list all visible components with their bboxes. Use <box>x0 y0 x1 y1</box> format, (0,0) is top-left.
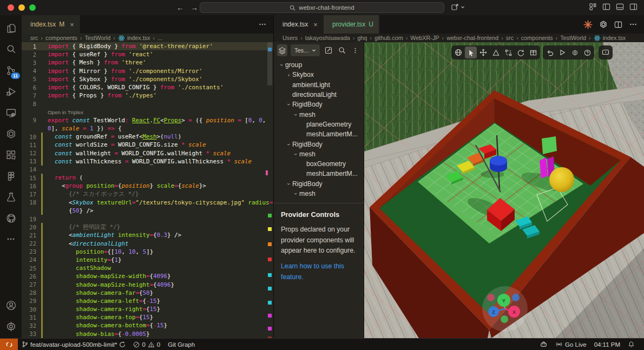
blue-cylinder[interactable] <box>490 156 507 172</box>
chatgpt-icon[interactable] <box>2 125 19 142</box>
close-tab-icon[interactable]: × <box>313 21 318 29</box>
window-controls[interactable] <box>8 4 36 11</box>
notifications-item[interactable] <box>624 341 639 348</box>
breadcrumb-item[interactable]: github.com <box>374 35 403 41</box>
chevron-down-icon[interactable]: › <box>286 141 292 148</box>
back-icon[interactable]: ← <box>176 2 184 13</box>
split-editor-icon[interactable] <box>614 21 622 29</box>
command-center-search[interactable]: webxr-chat-frontend <box>200 2 444 13</box>
extensions-icon[interactable] <box>2 146 19 163</box>
breadcrumb-item[interactable]: index.tsx <box>127 35 150 41</box>
zoom-window-button[interactable] <box>29 4 36 11</box>
settings-gear-icon[interactable] <box>2 318 19 335</box>
breadcrumb-item[interactable]: src <box>506 35 514 41</box>
tree-item-planegeometry[interactable]: planeGeometry <box>274 120 364 129</box>
minimize-window-button[interactable] <box>18 4 25 11</box>
triplex-3d-viewport[interactable]: Y X Z <box>274 42 644 338</box>
clock-item[interactable]: 04:11 PM <box>590 341 624 348</box>
tree-item-directionallight[interactable]: directionalLight <box>274 90 364 100</box>
chatgpt-icon[interactable] <box>599 20 608 29</box>
scale-tool-icon[interactable] <box>490 47 502 58</box>
breadcrumb-item[interactable]: src <box>30 35 38 41</box>
chevron-right-icon[interactable]: › <box>285 71 292 78</box>
axis-gizmo[interactable]: Y X Z <box>482 286 528 332</box>
toggle-sidebar-icon[interactable] <box>602 3 610 11</box>
search-icon[interactable] <box>2 41 19 58</box>
breadcrumb[interactable]: src›components›TestWorld›index.tsx›... <box>22 34 273 42</box>
rotate-tool-icon[interactable] <box>515 47 527 58</box>
more-actions-icon[interactable] <box>258 20 267 29</box>
breadcrumb-item[interactable]: ghq <box>357 35 367 41</box>
tab-index-tsx-right[interactable]: index.tsx × <box>274 15 324 34</box>
tree-item-group[interactable]: ›group <box>274 60 364 70</box>
breadcrumb-item[interactable]: takayoshisawada <box>305 35 350 41</box>
explorer-icon[interactable] <box>2 19 19 37</box>
tab-index-tsx-left[interactable]: index.tsx M × <box>22 15 80 34</box>
figma-icon[interactable] <box>2 167 19 184</box>
breadcrumb-item[interactable]: ... <box>157 35 162 41</box>
yellow-sphere[interactable] <box>549 167 574 192</box>
globe-tool-icon[interactable] <box>452 47 464 58</box>
comment-frame-icon[interactable] <box>600 47 612 58</box>
problems-item[interactable]: 0 0 <box>129 341 164 348</box>
breadcrumb-item[interactable]: webxr-chat-frontend <box>446 35 498 41</box>
transform-box-tool-icon[interactable] <box>502 47 514 58</box>
breadcrumb-item[interactable]: Users <box>282 35 298 41</box>
live-preview-icon[interactable] <box>2 104 19 121</box>
grid-tool-icon[interactable] <box>527 47 539 58</box>
forward-icon[interactable]: → <box>190 2 198 13</box>
tab-provider-tsx[interactable]: provider.tsx U <box>324 15 379 34</box>
edit-scene-icon[interactable] <box>323 44 333 56</box>
breadcrumb-item[interactable]: TestWorld <box>84 35 110 41</box>
tree-item-rigidbody[interactable]: ›RigidBody <box>274 179 364 189</box>
chevron-down-icon[interactable]: › <box>293 190 299 197</box>
tree-item-rigidbody[interactable]: ›RigidBody <box>274 139 364 149</box>
chevron-down-icon[interactable]: › <box>279 62 285 69</box>
settings-gear-icon[interactable] <box>569 47 581 58</box>
chevron-down-icon[interactable]: › <box>286 101 292 108</box>
tree-item-meshlambertm[interactable]: meshLambertM... <box>274 169 364 179</box>
code-lens[interactable]: Open in Triplex <box>22 108 273 116</box>
tree-item-skybox[interactable]: ›Skybox <box>274 70 364 80</box>
layers-icon[interactable] <box>277 44 287 56</box>
close-tab-icon[interactable]: × <box>70 21 74 29</box>
git-branch-item[interactable]: feat/avatar-upload-500mb-limit* <box>18 341 129 348</box>
provider-learn-link[interactable]: Learn how to use this feature. <box>281 261 352 282</box>
chevron-down-icon[interactable]: › <box>286 180 292 187</box>
go-live-item[interactable]: Go Live <box>551 341 590 348</box>
chevron-down-icon[interactable]: › <box>293 150 299 157</box>
copilot-item[interactable] <box>536 341 551 348</box>
tree-item-mesh[interactable]: ›mesh <box>274 189 364 199</box>
breadcrumb[interactable]: Users›takayoshisawada›ghq›github.com›Web… <box>274 34 644 42</box>
remote-indicator[interactable] <box>0 339 18 350</box>
breadcrumb-item[interactable]: TestWorld <box>560 35 586 41</box>
new-window-button[interactable] <box>451 3 465 11</box>
run-debug-icon[interactable] <box>2 83 19 100</box>
undo-icon[interactable] <box>544 47 556 58</box>
help-icon[interactable] <box>581 47 593 58</box>
overview-ruler[interactable] <box>266 42 273 338</box>
translate-tool-icon[interactable] <box>477 47 489 58</box>
kebab-menu-icon[interactable] <box>350 44 360 56</box>
tree-item-rigidbody[interactable]: ›RigidBody <box>274 100 364 109</box>
customize-layout-icon[interactable] <box>589 3 597 11</box>
source-control-icon[interactable]: 11 <box>2 62 19 79</box>
more-views-icon[interactable] <box>2 230 19 248</box>
tree-item-ambientlight[interactable]: ambientLight <box>274 80 364 90</box>
scene-selector-dropdown[interactable]: Tes... <box>291 44 320 56</box>
account-icon[interactable] <box>2 296 19 314</box>
chevron-down-icon[interactable]: › <box>293 111 299 118</box>
tree-item-meshlambertm[interactable]: meshLambertM... <box>274 129 364 139</box>
tree-item-mesh[interactable]: ›mesh <box>274 109 364 119</box>
select-cursor-tool-icon[interactable] <box>465 47 477 58</box>
more-actions-icon[interactable] <box>629 20 638 29</box>
tree-item-mesh[interactable]: ›mesh <box>274 149 364 159</box>
breadcrumb-item[interactable]: WebXR-JP <box>410 35 439 41</box>
breadcrumb-item[interactable]: components <box>521 35 553 41</box>
toggle-panel-icon[interactable] <box>616 3 624 11</box>
triplex-icon[interactable] <box>583 20 593 29</box>
git-graph-item[interactable]: Git Graph <box>164 341 199 348</box>
breadcrumb-item[interactable]: index.tsx <box>603 35 626 41</box>
play-icon[interactable] <box>556 47 568 58</box>
code-editor[interactable]: 1import { RigidBody } from '@react-three… <box>22 42 273 338</box>
